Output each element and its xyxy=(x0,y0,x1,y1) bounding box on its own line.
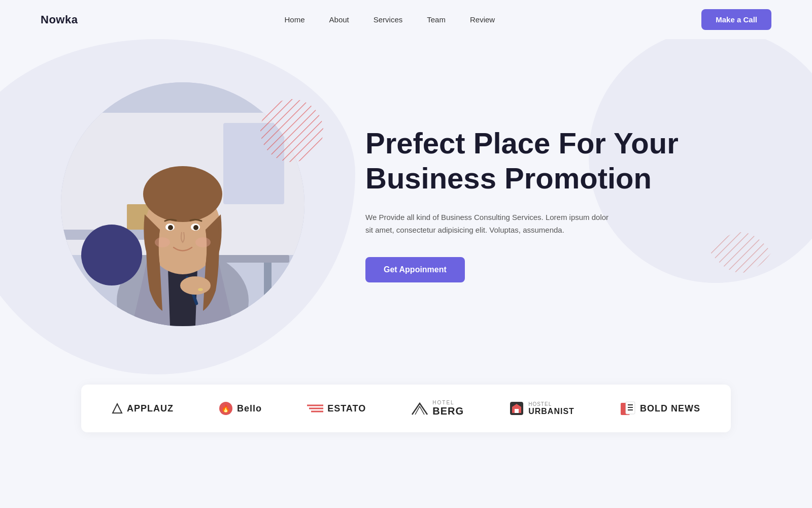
hero-description: We Provide all kind of Business Consulti… xyxy=(365,211,609,237)
nav-link-home[interactable]: Home xyxy=(285,15,305,24)
red-decoration xyxy=(259,98,325,164)
hostelubanist-icon xyxy=(509,401,524,416)
svg-point-14 xyxy=(143,166,222,222)
nav-link-team[interactable]: Team xyxy=(427,15,446,24)
estato-icon xyxy=(307,403,323,414)
bello-icon: 🔥 xyxy=(219,401,233,416)
svg-text:🔥: 🔥 xyxy=(221,404,230,413)
hero-image-area xyxy=(41,82,325,326)
svg-point-18 xyxy=(193,225,198,230)
brand-bello-label: Bello xyxy=(237,403,262,414)
svg-rect-10 xyxy=(264,263,272,313)
hero-title: Prefect Place For Your Business Promotio… xyxy=(365,126,771,196)
brand-estato-label: ESTATO xyxy=(327,403,366,414)
svg-rect-33 xyxy=(515,409,519,413)
boldnews-icon xyxy=(620,401,636,416)
nav-links: Home About Services Team Review xyxy=(285,15,495,24)
svg-point-1 xyxy=(260,99,323,162)
nav-link-about[interactable]: About xyxy=(329,15,349,24)
svg-point-22 xyxy=(180,276,211,295)
brand-bello: 🔥 Bello xyxy=(219,401,262,416)
brand-applauz: APPLAUZ xyxy=(112,403,174,414)
brands-bar: APPLAUZ 🔥 Bello ESTATO HOTEL BERG xyxy=(81,385,731,432)
applauz-icon xyxy=(112,403,123,414)
brand-boldnews: BOLD NEWS xyxy=(620,401,700,416)
brand-hostelubanist: HOSTEL URBANIST xyxy=(509,401,574,416)
hero-section: Prefect Place For Your Business Promotio… xyxy=(0,39,812,385)
navbar: Nowka Home About Services Team Review Ma… xyxy=(0,0,812,39)
brand-hostelubanist-label: URBANIST xyxy=(528,407,574,416)
brand-estato: ESTATO xyxy=(307,403,366,414)
brand-hotelberg: HOTEL BERG xyxy=(411,400,464,417)
svg-point-17 xyxy=(168,225,173,230)
nav-item-about[interactable]: About xyxy=(329,15,349,24)
nav-item-team[interactable]: Team xyxy=(427,15,446,24)
brand-hotelberg-label: BERG xyxy=(432,405,464,417)
brand-boldnews-label: BOLD NEWS xyxy=(640,403,700,414)
svg-marker-25 xyxy=(113,404,122,413)
brand-applauz-label: APPLAUZ xyxy=(127,403,174,414)
nav-item-review[interactable]: Review xyxy=(470,15,495,24)
svg-point-23 xyxy=(198,288,203,291)
nav-link-services[interactable]: Services xyxy=(374,15,403,24)
nav-item-home[interactable]: Home xyxy=(285,15,305,24)
nav-link-review[interactable]: Review xyxy=(470,15,495,24)
hotelberg-icon xyxy=(411,401,428,416)
svg-point-20 xyxy=(195,237,211,247)
logo: Nowka xyxy=(41,13,78,26)
svg-point-19 xyxy=(155,237,170,247)
make-call-button[interactable]: Make a Call xyxy=(701,9,771,30)
get-appointment-button[interactable]: Get Appoinment xyxy=(365,257,465,282)
blue-circle-decoration xyxy=(81,225,142,285)
hero-content: Prefect Place For Your Business Promotio… xyxy=(325,126,771,282)
nav-item-services[interactable]: Services xyxy=(374,15,403,24)
